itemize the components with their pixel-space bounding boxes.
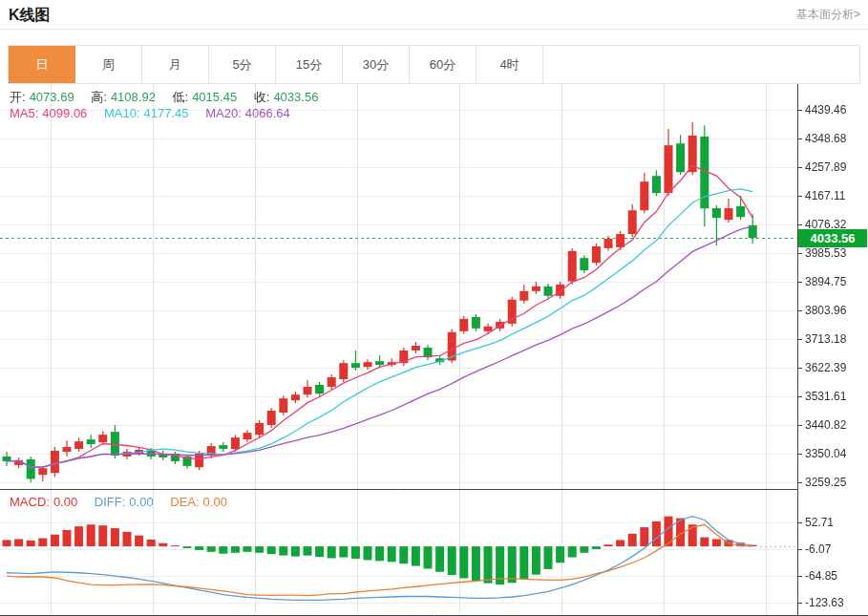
current-price-tag: 4033.56 — [798, 229, 867, 247]
period-tabbar: 日周月5分15分30分60分4时 — [8, 45, 860, 84]
fundamental-analysis-link[interactable]: 基本面分析> — [796, 7, 860, 23]
kline-chart-canvas[interactable] — [0, 84, 868, 616]
page-title: K线图 — [9, 6, 51, 26]
tab-monthly[interactable]: 月 — [142, 46, 209, 83]
kline-chart-area: 开:4073.69 高:4108.92 低:4015.45 收:4033.56 … — [0, 84, 868, 616]
tab-5min[interactable]: 5分 — [209, 46, 276, 83]
tab-daily[interactable]: 日 — [9, 46, 75, 83]
tab-30min[interactable]: 30分 — [343, 46, 410, 83]
tab-weekly[interactable]: 周 — [75, 46, 142, 83]
tab-15min[interactable]: 15分 — [276, 46, 343, 83]
tab-60min[interactable]: 60分 — [410, 46, 476, 83]
tab-4hour[interactable]: 4时 — [476, 46, 543, 83]
page-header: K线图 基本面分析> — [0, 0, 868, 30]
